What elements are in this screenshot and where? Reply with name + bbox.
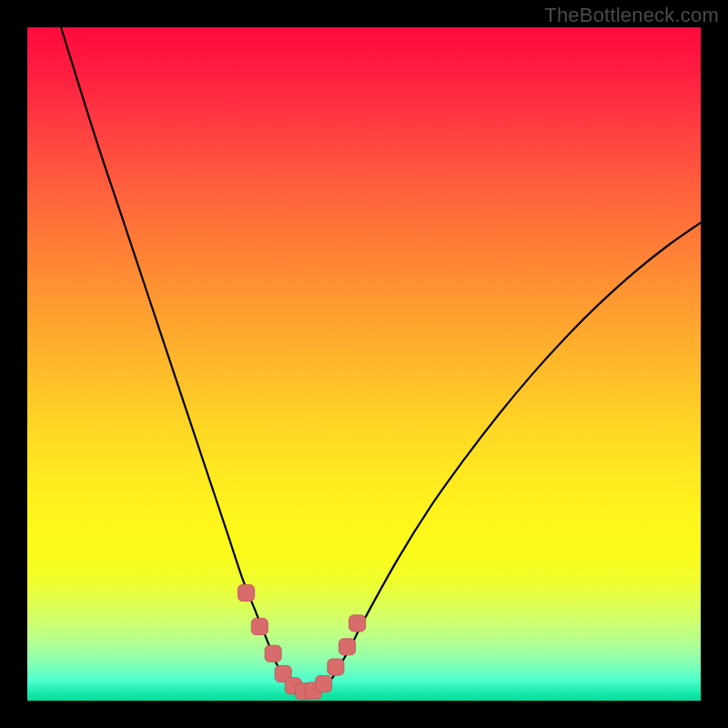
curve-marker bbox=[251, 619, 268, 635]
bottleneck-curve bbox=[61, 27, 701, 692]
curve-marker bbox=[238, 585, 255, 602]
curve-marker bbox=[349, 615, 366, 632]
watermark-text: TheBottleneck.com bbox=[544, 4, 719, 27]
curve-marker bbox=[316, 676, 332, 693]
curve-marker bbox=[328, 659, 344, 675]
plot-area bbox=[27, 27, 701, 701]
chart-frame: TheBottleneck.com bbox=[0, 0, 728, 728]
curve-marker bbox=[339, 639, 356, 655]
curve-marker bbox=[265, 645, 281, 662]
curve-layer bbox=[27, 27, 701, 701]
marker-group bbox=[238, 585, 366, 700]
